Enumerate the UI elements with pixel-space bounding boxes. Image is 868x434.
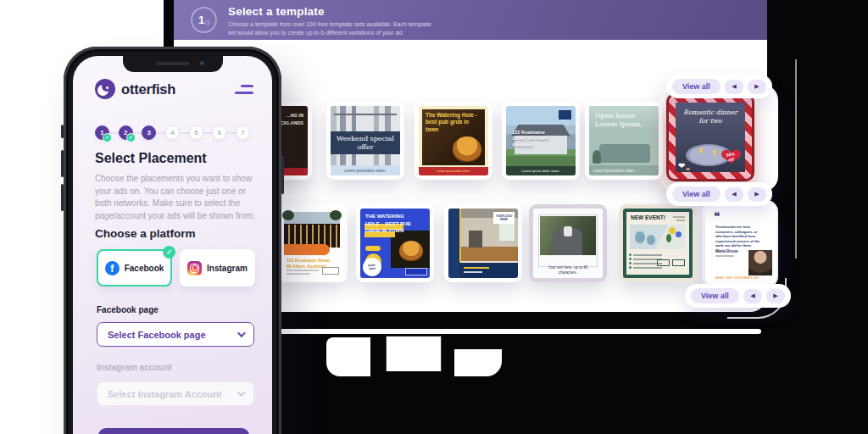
facebook-icon (105, 261, 120, 275)
testimonial-quote: Testimonials are from customers, colleag… (715, 225, 763, 247)
screen-description: Choose the placements you want to show y… (95, 173, 258, 222)
template-card-navy-interior[interactable]: YOUR LOGO HERE (444, 204, 522, 282)
flower (676, 231, 682, 237)
next-arrow-button[interactable]: ▶ (748, 187, 766, 202)
instagram-icon (187, 261, 202, 275)
monitor-stand-cutout (326, 337, 370, 376)
step-connector (133, 132, 142, 134)
app-top-bar: otterfish (95, 78, 253, 100)
phone-side-button (281, 155, 284, 194)
step-1[interactable]: 1 (95, 125, 109, 140)
template-card-weekend-special[interactable]: Weekend special offer Lorem ipsumdolor s… (326, 102, 404, 180)
carousel-controls-row3: View all ◀ ▶ (685, 284, 791, 308)
template-card-pub-blue[interactable]: THE WATERING HOLE – BEST PUB GRUB IN TOW… (356, 204, 434, 282)
template-card-testimonial[interactable]: Testimonials are from customers, colleag… (705, 204, 776, 286)
template-title: NEW EVENT! (631, 214, 665, 220)
view-all-button[interactable]: View all (691, 288, 739, 303)
step-4[interactable]: 4 (165, 125, 180, 140)
template-card-romantic-dinner[interactable]: Romantic dinner for two 50% off ❤ ❤ (666, 93, 754, 181)
prev-arrow-button[interactable]: ◀ (725, 80, 743, 94)
testimonial-footer: WHAT OUR CUSTOMERS SAY (715, 276, 760, 280)
prev-arrow-button[interactable]: ◀ (743, 289, 762, 303)
select-value: Select Instagram Account (108, 389, 222, 399)
instagram-account-select[interactable]: Select Instagram Account (97, 381, 254, 406)
check-icon (163, 246, 175, 259)
badge-placeholder (365, 246, 381, 251)
view-all-button[interactable]: View all (672, 186, 721, 202)
template-thumbnail: The Watering Hole - best pub grub in tow… (419, 106, 488, 175)
logo-placeholder (559, 110, 571, 120)
subtitle-line: set would allow you to create up to 6 di… (228, 29, 431, 37)
otter-eye (106, 86, 108, 89)
monitor-stand-cutout (386, 336, 442, 371)
next-arrow-button[interactable]: ▶ (766, 289, 785, 303)
platform-heading: Choose a platform (95, 227, 196, 240)
platform-options: Facebook Instagram (97, 249, 255, 287)
phone-screen: otterfish 1 2 3 4 5 6 7 Select Placement… (73, 56, 272, 434)
next-button[interactable] (98, 428, 249, 434)
chevron-down-icon (237, 388, 246, 397)
template-thumbnail: Weekend special offer Lorem ipsumdolor s… (331, 106, 400, 175)
fireplace (469, 231, 482, 248)
plant-photo (593, 150, 601, 164)
next-arrow-button[interactable]: ▶ (748, 80, 766, 94)
template-card-open-house[interactable]: Open house Lorem Ipsum. Lorem ipsumdolor… (585, 102, 663, 180)
text-placeholder-bar (676, 220, 685, 221)
template-title: Romantic dinner for two (676, 108, 745, 125)
burger-photo (453, 136, 481, 162)
step-7[interactable]: 7 (236, 125, 250, 140)
template-card-new-event[interactable]: NEW EVENT! (619, 204, 697, 282)
template-title: 123 Roadname Street, Mt Albert, Auckland (512, 130, 549, 148)
tree (282, 210, 294, 220)
facebook-page-select[interactable]: Select Facebook page (97, 322, 254, 347)
template-thumbnail: THE WATERING HOLE – BEST PUB GRUB IN TOW… (360, 209, 430, 278)
phone-speaker (156, 62, 190, 65)
step-progress-ring: 1 /3 (191, 7, 217, 33)
flower (669, 227, 676, 234)
step-6[interactable]: 6 (212, 125, 226, 140)
footer-band (459, 263, 518, 278)
platform-facebook[interactable]: Facebook (97, 249, 172, 287)
prev-arrow-button[interactable]: ◀ (725, 187, 743, 202)
text-placeholder-bar (464, 271, 482, 273)
template-title: Weekend special offer (331, 131, 400, 154)
text-placeholder-bar (287, 270, 319, 271)
chevron-down-icon (237, 329, 246, 337)
template-title: The Watering Hole - best pub grub in tow… (426, 112, 480, 133)
instagram-account-label: Instagram account (97, 363, 172, 372)
template-card-modern-house[interactable]: 123 Roadname Street, Mt Albert, Auckland (276, 204, 348, 282)
testimonial-author: Maria Rosse (715, 249, 738, 253)
button-placeholder (657, 259, 670, 266)
page-title: Select a template (228, 5, 325, 18)
step-connector (203, 132, 213, 134)
logo-placeholder: YOUR LOGO HERE (493, 212, 515, 224)
template-thumbnail: NEW EVENT! (623, 209, 693, 278)
template-caption: Your text here, up to 40 characters. (533, 265, 603, 275)
template-thumbnail: Romantic dinner for two 50% off ❤ ❤ (676, 103, 745, 172)
heart-icon: ❤ (686, 166, 690, 172)
menu-icon[interactable] (235, 81, 253, 97)
select-value: Select Facebook page (108, 330, 206, 340)
page: 1 /3 Select a template Choose a template… (0, 0, 868, 434)
template-thumbnail: 123 Roadname Street, Mt Albert, Auckland (281, 209, 343, 278)
step-3[interactable]: 3 (142, 125, 156, 140)
platform-instagram[interactable]: Instagram (180, 249, 255, 287)
phone-side-button (61, 125, 64, 138)
template-card-real-estate[interactable]: 123 Roadname Street, Mt Albert, Auckland… (502, 102, 580, 180)
person (635, 231, 645, 243)
view-all-button[interactable]: View all (672, 79, 721, 94)
burger-photo (399, 241, 423, 261)
page-subtitle: Choose a template from over 100 free tem… (228, 20, 431, 37)
step-2[interactable]: 2 (119, 125, 133, 140)
template-card-watering-hole[interactable]: The Watering Hole - best pub grub in tow… (415, 102, 492, 180)
template-card-portrait[interactable]: Your text here, up to 40 characters. (529, 204, 607, 282)
button-placeholder (322, 267, 339, 275)
phone-side-button (61, 150, 64, 177)
candle (699, 147, 703, 153)
heart-icon: ❤ (678, 161, 685, 170)
step-5[interactable]: 5 (189, 125, 203, 140)
monitor-stand-cutout (454, 349, 502, 376)
phone-camera (200, 61, 204, 65)
carousel-controls-row1: View all ◀ ▶ (666, 75, 772, 98)
sofa-photo (599, 144, 650, 163)
